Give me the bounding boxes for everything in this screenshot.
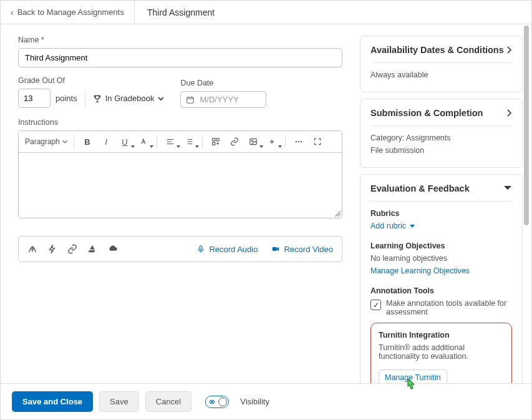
list-button[interactable] (181, 134, 197, 150)
submission-header[interactable]: Submission & Completion (370, 108, 512, 126)
chevron-right-icon (506, 46, 512, 54)
record-audio-text: Record Audio (209, 245, 258, 254)
caret-down-icon (503, 185, 512, 192)
link-button[interactable] (226, 134, 243, 150)
scrollbar[interactable] (523, 26, 530, 382)
due-label: Due Date (180, 79, 266, 87)
add-rubric-link[interactable]: Add rubric (370, 222, 512, 230)
back-label: Back to Manage Assignments (17, 7, 124, 17)
back-link[interactable]: ‹ Back to Manage Assignments (1, 1, 135, 24)
google-drive-icon[interactable] (87, 244, 97, 254)
calendar-icon (186, 95, 195, 104)
chevron-down-icon (158, 95, 164, 102)
visibility-label: Visibility (240, 397, 269, 406)
svg-point-11 (211, 401, 213, 403)
turnitin-desc: Turnitin® adds additional functionality … (379, 343, 504, 361)
toolbar-separator (285, 135, 286, 148)
svg-rect-9 (200, 246, 203, 250)
name-input[interactable] (18, 48, 342, 67)
editor-toolbar: Paragraph B I U (19, 131, 342, 153)
grade-label: Grade Out Of (18, 76, 164, 85)
evaluation-header[interactable]: Evaluation & Feedback (370, 183, 512, 202)
paragraph-label: Paragraph (25, 137, 60, 146)
attachment-bar: Record Audio Record Video (18, 236, 342, 262)
svg-point-5 (251, 140, 253, 142)
evaluation-panel: Evaluation & Feedback Rubrics Add rubric… (360, 174, 523, 383)
toolbar-separator (202, 135, 203, 148)
instructions-label: Instructions (18, 118, 342, 127)
underline-button[interactable]: U (117, 134, 133, 150)
record-audio-link[interactable]: Record Audio (196, 245, 258, 254)
turnitin-section: Turnitin Integration Turnitin® adds addi… (370, 323, 512, 383)
availability-status: Always available (370, 71, 512, 79)
gradebook-dropdown[interactable]: In Gradebook (93, 94, 165, 103)
footer-bar: Save and Close Save Cancel Visibility (1, 383, 531, 419)
fullscreen-button[interactable] (309, 134, 326, 150)
scroll-thumb[interactable] (524, 26, 529, 225)
submission-type: File submission (370, 146, 512, 155)
bold-button[interactable]: B (79, 134, 95, 150)
svg-rect-0 (187, 97, 194, 102)
editor-textarea[interactable] (19, 153, 342, 218)
upload-icon[interactable] (27, 244, 37, 254)
manage-turnitin-link[interactable]: Manage Turnitin (379, 369, 447, 383)
annotation-checkbox[interactable]: ✓ (370, 300, 381, 310)
learning-objectives-status: No learning objectives (370, 254, 512, 263)
align-button[interactable] (162, 134, 178, 150)
rubrics-label: Rubrics (370, 209, 512, 218)
attach-link-icon[interactable] (67, 244, 77, 254)
submission-category: Category: Assignments (370, 134, 512, 142)
availability-title: Availability Dates & Conditions (370, 45, 504, 55)
trophy-icon (93, 94, 102, 103)
quicklink-icon[interactable] (47, 244, 57, 254)
due-date-input[interactable]: M/D/YYYY (180, 91, 266, 108)
eye-icon (208, 399, 216, 405)
record-video-text: Record Video (284, 245, 333, 254)
grade-input[interactable] (18, 89, 51, 108)
paragraph-dropdown[interactable]: Paragraph (24, 135, 69, 149)
chevron-left-icon: ‹ (11, 7, 14, 17)
svg-point-6 (296, 141, 297, 142)
points-label: points (56, 94, 77, 103)
more-button[interactable] (291, 134, 307, 150)
annotation-check-label: Make annotation tools available for asse… (386, 299, 512, 316)
manage-learning-objectives-link[interactable]: Manage Learning Objectives (370, 266, 512, 275)
save-button[interactable]: Save (99, 391, 139, 412)
due-placeholder: M/D/YYYY (200, 95, 238, 104)
main-form: Name Grade Out Of points In Gradebook (7, 36, 354, 377)
availability-panel: Availability Dates & Conditions Always a… (360, 36, 523, 92)
learning-objectives-label: Learning Objectives (370, 242, 512, 250)
gradebook-text: In Gradebook (105, 94, 155, 103)
rich-text-editor: Paragraph B I U (18, 130, 342, 218)
submission-panel: Submission & Completion Category: Assign… (360, 99, 523, 168)
plus-button[interactable] (264, 134, 280, 150)
svg-rect-2 (216, 139, 219, 141)
chevron-right-icon (506, 109, 512, 117)
side-panels: Availability Dates & Conditions Always a… (360, 36, 525, 377)
svg-point-7 (298, 141, 299, 142)
svg-point-8 (301, 141, 302, 142)
insert-stuff-button[interactable] (208, 134, 224, 150)
image-button[interactable] (245, 134, 261, 150)
divider (85, 90, 85, 107)
italic-button[interactable]: I (98, 134, 114, 150)
svg-rect-10 (273, 247, 277, 251)
name-label: Name (18, 36, 342, 44)
toggle-knob (218, 398, 227, 406)
onedrive-icon[interactable] (107, 244, 118, 254)
save-and-close-button[interactable]: Save and Close (12, 391, 93, 412)
record-video-link[interactable]: Record Video (271, 245, 333, 254)
submission-title: Submission & Completion (370, 108, 483, 118)
toolbar-separator (74, 135, 74, 148)
annotation-label: Annotation Tools (370, 286, 512, 295)
page-title: Third Assignment (135, 7, 227, 17)
turnitin-label: Turnitin Integration (379, 331, 504, 339)
availability-header[interactable]: Availability Dates & Conditions (370, 45, 512, 63)
header-bar: ‹ Back to Manage Assignments Third Assig… (1, 1, 531, 24)
toolbar-separator (157, 135, 157, 148)
font-color-button[interactable] (135, 134, 152, 150)
cancel-button[interactable]: Cancel (145, 391, 191, 412)
evaluation-title: Evaluation & Feedback (370, 183, 470, 193)
svg-rect-1 (213, 139, 215, 141)
visibility-toggle[interactable] (205, 396, 229, 408)
